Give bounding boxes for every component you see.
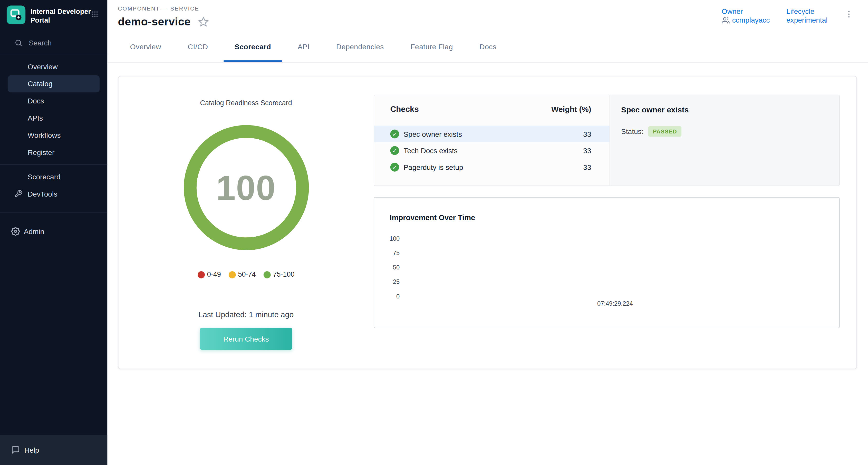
legend-item-high: 75-100: [264, 271, 294, 278]
check-status-row: Status: PASSED: [621, 126, 828, 137]
sidebar-item-docs[interactable]: Docs: [8, 92, 100, 109]
sidebar-item-apis[interactable]: APIs: [8, 109, 100, 126]
sidebar-item-label: APIs: [28, 114, 43, 122]
owner-label[interactable]: Owner: [722, 7, 770, 16]
main-content: COMPONENT — SERVICE demo-service Owner: [107, 0, 868, 465]
entity-header: COMPONENT — SERVICE demo-service Owner: [107, 0, 868, 32]
search-icon: [14, 38, 23, 47]
chart-title: Improvement Over Time: [390, 214, 475, 222]
check-name: Tech Docs exists: [403, 147, 583, 155]
tab-dependencies[interactable]: Dependencies: [323, 32, 397, 62]
app-root: Internal Developer Portal Search Overvie…: [0, 0, 868, 465]
more-options-kebab-icon[interactable]: [844, 9, 854, 21]
apps-grid-icon[interactable]: [91, 10, 98, 20]
owner-value-text: ccmplayacc: [732, 16, 770, 24]
sidebar-item-label: Docs: [28, 96, 44, 105]
last-updated-text: Last Updated: 1 minute ago: [198, 310, 293, 319]
app-logo-icon[interactable]: [7, 6, 25, 24]
check-passed-icon: ✓: [391, 146, 399, 155]
tab-docs[interactable]: Docs: [466, 32, 510, 62]
check-row-spec-owner[interactable]: ✓ Spec owner exists 33: [374, 126, 610, 143]
chart-y-axis: 100 75 50 25 0: [374, 231, 400, 303]
lifecycle-group: Lifecycle experimental: [786, 7, 828, 24]
check-name: Spec owner exists: [403, 130, 583, 138]
sidebar-item-workflows[interactable]: Workflows: [8, 126, 100, 144]
sidebar-divider: [0, 164, 107, 165]
entity-header-meta: Owner ccmplayacc Lifecycle experimental: [722, 4, 854, 32]
check-row-pagerduty[interactable]: ✓ Pagerduty is setup 33: [374, 159, 610, 176]
brand-line2: Portal: [31, 16, 91, 25]
brand-line1: Internal Developer: [31, 7, 91, 16]
legend-dot-amber: [229, 271, 236, 278]
tab-feature-flag[interactable]: Feature Flag: [397, 32, 466, 62]
favorite-star-icon[interactable]: [198, 17, 209, 27]
check-row-tech-docs[interactable]: ✓ Tech Docs exists 33: [374, 142, 610, 159]
brand-title: Internal Developer Portal: [31, 7, 91, 25]
check-weight: 33: [583, 163, 591, 171]
checks-column-header: Checks: [391, 105, 419, 117]
brand: Internal Developer Portal: [0, 0, 107, 32]
lifecycle-value[interactable]: experimental: [786, 16, 828, 24]
rerun-checks-button[interactable]: Rerun Checks: [200, 328, 292, 350]
help-label: Help: [24, 446, 39, 454]
help-chat-icon: [11, 445, 20, 455]
check-name: Pagerduty is setup: [403, 163, 583, 171]
sidebar-item-overview[interactable]: Overview: [8, 58, 100, 75]
sidebar-item-devtools[interactable]: DevTools: [8, 185, 100, 202]
legend-dot-red: [197, 271, 205, 278]
sidebar-item-catalog[interactable]: Catalog: [8, 75, 100, 92]
score-value: 100: [216, 168, 276, 208]
scorecard-detail-panel: Checks Weight (%) ✓ Spec owner exists 33…: [374, 76, 857, 369]
sidebar: Internal Developer Portal Search Overvie…: [0, 0, 107, 465]
y-tick: 50: [374, 260, 400, 275]
owner-value[interactable]: ccmplayacc: [722, 16, 770, 24]
logo-glyph: [7, 6, 25, 24]
scorecard-gauge-panel: Catalog Readiness Scorecard 100 0-49 50-…: [119, 76, 374, 369]
gauge-legend: 0-49 50-74 75-100: [197, 271, 294, 278]
legend-label: 0-49: [207, 271, 221, 278]
sidebar-nav: Overview Catalog Docs APIs Workflows Reg…: [0, 58, 107, 202]
weight-column-header: Weight (%): [551, 105, 591, 117]
check-weight: 33: [583, 130, 591, 138]
search-label: Search: [29, 38, 52, 47]
check-detail-title: Spec owner exists: [621, 105, 828, 114]
checks-strip: Checks Weight (%) ✓ Spec owner exists 33…: [374, 95, 840, 186]
status-label: Status:: [621, 127, 644, 135]
entity-tabbar: Overview CI/CD Scorecard API Dependencie…: [107, 32, 868, 63]
chart-x-tick: 07:49:29.224: [597, 300, 633, 307]
legend-label: 50-74: [238, 271, 256, 278]
y-tick: 25: [374, 275, 400, 289]
tab-cicd[interactable]: CI/CD: [175, 32, 221, 62]
scorecard-card: Catalog Readiness Scorecard 100 0-49 50-…: [118, 76, 857, 369]
sidebar-item-register[interactable]: Register: [8, 144, 100, 161]
lifecycle-label[interactable]: Lifecycle: [786, 7, 828, 16]
y-tick: 100: [374, 231, 400, 246]
improvement-chart-panel: Improvement Over Time 100 75 50 25 0 07:…: [374, 197, 840, 328]
sidebar-item-admin[interactable]: Admin: [0, 223, 107, 240]
legend-item-low: 0-49: [197, 271, 221, 278]
sidebar-item-label: Scorecard: [28, 173, 61, 181]
tab-overview[interactable]: Overview: [117, 32, 175, 62]
admin-label: Admin: [24, 227, 44, 235]
tab-scorecard[interactable]: Scorecard: [221, 32, 284, 62]
gauge-title: Catalog Readiness Scorecard: [200, 99, 292, 107]
legend-dot-green: [264, 271, 271, 278]
sidebar-item-label: Register: [28, 148, 54, 156]
entity-kind-eyebrow: COMPONENT — SERVICE: [118, 6, 209, 12]
status-badge: PASSED: [649, 126, 681, 137]
entity-header-left: COMPONENT — SERVICE demo-service: [118, 4, 209, 32]
wrench-icon: [14, 190, 23, 198]
tab-api[interactable]: API: [284, 32, 323, 62]
page-title: demo-service: [118, 16, 190, 28]
legend-item-mid: 50-74: [229, 271, 256, 278]
checks-table-header: Checks Weight (%): [374, 105, 610, 117]
sidebar-search[interactable]: Search: [0, 32, 107, 54]
y-tick: 0: [374, 289, 400, 303]
sidebar-item-help[interactable]: Help: [0, 435, 107, 465]
check-passed-icon: ✓: [391, 163, 399, 172]
check-passed-icon: ✓: [391, 130, 399, 138]
score-gauge: 100: [184, 125, 309, 250]
sidebar-item-scorecard[interactable]: Scorecard: [8, 168, 100, 185]
users-icon: [722, 17, 730, 24]
sidebar-item-label: Catalog: [28, 80, 53, 88]
